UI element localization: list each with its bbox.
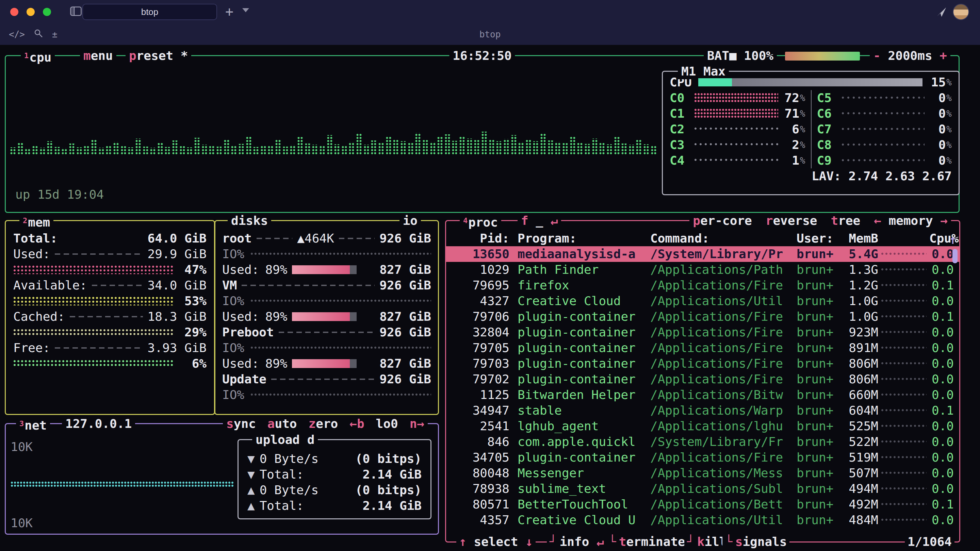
scroll-up-icon[interactable]: ↑: [949, 232, 956, 248]
plus-minus-icon[interactable]: ±: [52, 29, 57, 40]
signals-button[interactable]: signals: [722, 534, 789, 549]
cpu-box-title: 1cpu: [21, 48, 55, 65]
minimize-window-button[interactable]: [27, 8, 35, 16]
proc-option-button[interactable]: reverse: [765, 213, 817, 229]
dash-leader: [339, 238, 375, 239]
close-window-button[interactable]: [10, 8, 18, 16]
process-row[interactable]: 846 com.apple.quickl /System/Library/Fr …: [446, 434, 959, 449]
proc-option-button[interactable]: per-core: [693, 213, 752, 229]
process-row[interactable]: 79702 plugin-container /Applications/Fir…: [446, 372, 959, 387]
disk-entry: Preboot 926 GiB IO% Used: 89%: [222, 324, 431, 372]
disk-used-meter: [292, 265, 356, 274]
app-window: btop + </> ± btop 1cpu menu preset * 16:…: [0, 0, 980, 551]
core-usage-meter: [842, 143, 925, 147]
net-control-button[interactable]: zero: [309, 416, 338, 432]
net-control-button[interactable]: auto: [267, 416, 297, 432]
core-usage-meter: [694, 159, 778, 163]
core-usage-meter: [694, 127, 778, 131]
update-interval-control: - 2000ms +: [870, 48, 950, 64]
core-column-left: C0 72% C1 71% C2: [670, 90, 811, 168]
header-pid[interactable]: Pid:: [452, 230, 509, 246]
titlebar: btop +: [0, 0, 980, 24]
process-row[interactable]: 79703 plugin-container /Applications/Fir…: [446, 356, 959, 372]
disk-entry: root ▲464K 926 GiB IO% Used: 89%: [222, 230, 431, 278]
core-row: C6 0%: [817, 106, 952, 121]
core-usage-meter: [694, 93, 778, 103]
preset-button[interactable]: preset *: [126, 48, 191, 64]
interval-increase-button[interactable]: +: [940, 49, 947, 63]
net-next-iface-button[interactable]: n→: [410, 416, 424, 432]
info-button[interactable]: info ↵: [547, 534, 607, 549]
header-user[interactable]: User:: [797, 230, 841, 246]
net-control-buttons: sync auto zero: [226, 416, 338, 432]
disk-activity: ▲464K: [297, 230, 334, 246]
terminal-tab[interactable]: btop: [82, 4, 217, 20]
process-row[interactable]: 4327 Creative Cloud /Applications/Util b…: [446, 293, 959, 309]
process-cpu-graph: [881, 472, 927, 475]
net-controls: sync auto zero ←b lo0 n→: [223, 416, 428, 432]
disks-io-toggle[interactable]: io: [399, 213, 421, 229]
upload-panel-title: upload d: [252, 432, 318, 448]
code-block-icon[interactable]: </>: [9, 29, 25, 40]
net-scale-top: 10K: [11, 439, 33, 455]
search-icon[interactable]: [34, 29, 43, 40]
interval-decrease-button[interactable]: -: [873, 49, 881, 63]
zoom-window-button[interactable]: [43, 8, 51, 16]
process-row[interactable]: 79705 plugin-container /Applications/Fir…: [446, 340, 959, 356]
process-row[interactable]: 34705 plugin-container /Applications/Fir…: [446, 449, 959, 465]
process-row[interactable]: 80571 BetterTouchTool /Applications/Bett…: [446, 497, 959, 512]
process-row[interactable]: 1125 Bitwarden Helper /Applications/Bitw…: [446, 387, 959, 403]
header-mem[interactable]: MemB: [841, 230, 878, 246]
core-row: C5 0%: [817, 90, 952, 106]
process-cpu-graph: [881, 503, 927, 506]
net-stat-row: ▲ Total: 2.14 GiB: [247, 498, 422, 514]
header-program[interactable]: Program:: [517, 230, 650, 246]
new-tab-button[interactable]: +: [225, 3, 234, 21]
menu-button[interactable]: menu: [80, 48, 116, 64]
process-cpu-graph: [881, 518, 927, 522]
process-row[interactable]: 4357 Creative Cloud U /Applications/Util…: [446, 512, 959, 528]
process-row[interactable]: 80048 Messenger /Applications/Mess brun+…: [446, 465, 959, 481]
proc-option-button[interactable]: tree: [830, 213, 860, 229]
disks-box: disks io root ▲464K 926 GiB IO%: [215, 220, 439, 415]
tab-dropdown-icon[interactable]: [242, 8, 249, 12]
net-box-title: 3net: [16, 416, 50, 433]
process-row[interactable]: 1029 Path Finder /Applications/Path brun…: [446, 262, 959, 278]
load-average: LAV: 2.74 2.63 2.67: [670, 168, 952, 184]
battery-meter: [785, 52, 860, 60]
net-control-button[interactable]: sync: [226, 416, 256, 432]
sidebar-toggle-icon[interactable]: [70, 6, 82, 17]
proc-filter-control[interactable]: f _ ↵: [517, 213, 561, 229]
process-row[interactable]: 13650 mediaanalysisd-a /System/Library/P…: [446, 246, 959, 262]
proc-scrollbar-thumb[interactable]: [953, 249, 958, 263]
direction-arrow-icon: ▲: [247, 482, 255, 498]
process-row[interactable]: 79695 firefox /Applications/Fire brun+ 1…: [446, 278, 959, 293]
proc-table: 13650 mediaanalysisd-a /System/Library/P…: [446, 246, 959, 528]
process-row[interactable]: 32804 plugin-container /Applications/Fir…: [446, 324, 959, 340]
core-row: C2 6%: [670, 121, 805, 137]
mem-box: 2mem Total: 64.0 GiB Used: 29.9 GiB: [5, 220, 215, 415]
core-usage-meter: [842, 159, 925, 162]
net-prev-iface-button[interactable]: ←b: [350, 416, 364, 432]
dash-leader: [70, 316, 143, 318]
disks-box-title: disks: [228, 213, 271, 229]
select-control[interactable]: ↑ select ↓: [456, 534, 536, 549]
process-row[interactable]: 34947 stable /Applications/Warp brun+ 60…: [446, 403, 959, 418]
dash-leader: [279, 332, 375, 333]
cpu-model-label: M1 Max: [678, 64, 729, 79]
terminate-button[interactable]: terminate: [606, 534, 688, 549]
terminal-content: 1cpu menu preset * 16:52:50 BAT■ 100% - …: [0, 45, 980, 551]
process-row[interactable]: 2541 lghub_agent /Applications/lghu brun…: [446, 418, 959, 434]
sort-next-button[interactable]: →: [940, 214, 948, 227]
dash-leader: [92, 285, 143, 286]
sort-prev-button[interactable]: ←: [874, 214, 881, 227]
paper-plane-icon[interactable]: [936, 6, 947, 19]
process-row[interactable]: 78938 sublime_text /Applications/Subl br…: [446, 481, 959, 497]
process-row[interactable]: 79706 plugin-container /Applications/Fir…: [446, 309, 959, 324]
mem-stat-graph: [13, 329, 173, 336]
core-row: C7 0%: [817, 121, 952, 137]
header-command[interactable]: Command:: [650, 230, 797, 246]
mem-stat: Used: 29.9 GiB 47%: [13, 246, 207, 278]
clock: 16:52:50: [449, 48, 515, 64]
user-avatar[interactable]: [953, 4, 969, 20]
